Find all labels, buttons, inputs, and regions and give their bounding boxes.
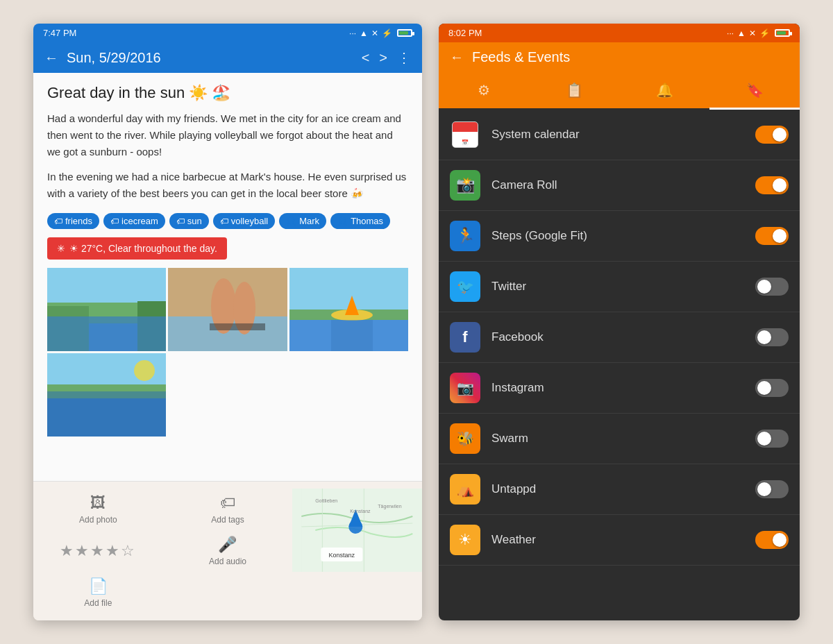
- feed-item-weather[interactable]: ☀ Weather: [439, 515, 800, 566]
- calendar-icon-wrap: 📅: [450, 119, 480, 150]
- add-audio-label: Add audio: [209, 557, 246, 566]
- instagram-toggle[interactable]: [755, 379, 789, 397]
- svg-text:Tägerwilen: Tägerwilen: [378, 504, 402, 509]
- twitter-icon-wrap: 🐦: [450, 271, 480, 302]
- swarm-toggle[interactable]: [755, 430, 789, 448]
- feeds-title: Feeds & Events: [472, 49, 789, 65]
- calendar-toggle[interactable]: [755, 126, 789, 144]
- add-tags-button[interactable]: 🏷 Add tags: [163, 489, 293, 530]
- tag-friends[interactable]: 🏷friends: [47, 213, 99, 229]
- photo-2[interactable]: [168, 268, 287, 351]
- steps-icon-wrap: 🏃: [450, 221, 480, 251]
- right-phone: 8:02 PM ··· ▲ ✕ ⚡ ← Feeds & Events ⚙ 📋 🔔…: [439, 24, 800, 620]
- steps-icon: 🏃: [456, 227, 475, 245]
- back-button-left[interactable]: ←: [44, 50, 58, 66]
- tag-icecream[interactable]: 🏷icecream: [103, 213, 165, 229]
- swarm-icon: 🐝: [457, 430, 474, 447]
- tab-notifications[interactable]: 🔔: [619, 72, 709, 108]
- feed-list: 📅 System calendar 📸 Camera Roll 🏃 Steps …: [439, 110, 800, 620]
- tags-row: 🏷friends 🏷icecream 🏷sun 🏷volleyball 👤Mar…: [47, 213, 408, 229]
- tag-mark[interactable]: 👤Mark: [279, 213, 326, 229]
- camera-icon: 📸: [456, 176, 475, 194]
- photos-grid: [47, 268, 408, 437]
- weather-bar: ✳ ☀ 27°C, Clear throughout the day.: [47, 237, 227, 260]
- steps-toggle[interactable]: [755, 227, 789, 245]
- feed-item-calendar[interactable]: 📅 System calendar: [439, 110, 800, 160]
- weather-text: ☀ 27°C, Clear throughout the day.: [69, 243, 217, 254]
- facebook-label: Facebook: [491, 330, 755, 344]
- feed-item-twitter[interactable]: 🐦 Twitter: [439, 262, 800, 312]
- tag-sun[interactable]: 🏷sun: [169, 213, 209, 229]
- menu-button-left[interactable]: ⋮: [397, 49, 411, 66]
- weather-icon: ✳: [57, 243, 65, 254]
- add-audio-icon: 🎤: [218, 536, 237, 554]
- svg-text:Konstanz: Konstanz: [351, 509, 371, 514]
- add-photo-button[interactable]: 🖼 Add photo: [33, 489, 163, 530]
- camera-icon-wrap: 📸: [450, 170, 480, 201]
- nav-icons: < > ⋮: [362, 49, 411, 66]
- next-day-button[interactable]: >: [379, 50, 387, 66]
- battery-icon-right: [775, 29, 790, 37]
- untappd-toggle[interactable]: [755, 480, 789, 498]
- facebook-toggle[interactable]: [755, 328, 789, 346]
- weather-toggle[interactable]: [755, 531, 789, 549]
- photo-1[interactable]: [47, 268, 166, 351]
- back-button-right[interactable]: ←: [450, 49, 464, 65]
- left-phone: 7:47 PM ··· ▲ ✕ ⚡ ← Sun, 5/29/2016 < > ⋮…: [33, 24, 422, 620]
- feed-item-steps[interactable]: 🏃 Steps (Google Fit): [439, 211, 800, 262]
- time-right: 8:02 PM: [448, 28, 482, 38]
- tab-settings[interactable]: ⚙: [439, 72, 529, 108]
- feed-item-instagram[interactable]: 📷 Instagram: [439, 363, 800, 414]
- app-bar-right: ← Feeds & Events: [439, 42, 800, 72]
- swarm-label: Swarm: [491, 432, 755, 446]
- feed-item-camera[interactable]: 📸 Camera Roll: [439, 160, 800, 211]
- bottom-bar: 🖼 Add photo 🏷 Add tags ★★★★☆ 🎤 Add audio…: [33, 481, 422, 620]
- svg-rect-20: [47, 391, 166, 437]
- steps-label: Steps (Google Fit): [491, 229, 755, 243]
- svg-text:Gottlieben: Gottlieben: [316, 498, 338, 503]
- entry-body: Had a wonderful day with my friends. We …: [47, 110, 408, 202]
- twitter-label: Twitter: [491, 280, 755, 294]
- tab-feeds[interactable]: 📋: [529, 72, 619, 108]
- status-icons-left: ··· ▲ ✕ ⚡: [349, 28, 412, 38]
- camera-toggle[interactable]: [755, 176, 789, 194]
- notifications-icon: 🔔: [656, 82, 673, 99]
- calendar-label: System calendar: [491, 128, 755, 142]
- calendar-icon: 📅: [452, 121, 478, 148]
- body-paragraph-1: Had a wonderful day with my friends. We …: [47, 110, 408, 160]
- instagram-icon: 📷: [457, 380, 474, 396]
- add-audio-button[interactable]: 🎤 Add audio: [163, 530, 293, 572]
- twitter-icon: 🐦: [457, 278, 474, 295]
- feed-item-swarm[interactable]: 🐝 Swarm: [439, 414, 800, 464]
- instagram-icon-wrap: 📷: [450, 373, 480, 403]
- untappd-label: Untappd: [491, 482, 755, 496]
- add-photo-icon: 🖼: [90, 494, 106, 512]
- svg-point-21: [134, 360, 155, 381]
- journal-content: Great day in the sun ☀️ 🏖️ Had a wonderf…: [33, 73, 422, 481]
- add-file-button[interactable]: 📄 Add file: [33, 572, 163, 613]
- bookmarks-icon: 🔖: [746, 82, 764, 99]
- feeds-icon: 📋: [566, 82, 583, 99]
- battery-icon-left: [397, 29, 412, 37]
- feed-item-facebook[interactable]: f Facebook: [439, 312, 800, 363]
- stars-area[interactable]: ★★★★☆: [33, 530, 163, 572]
- weather-feed-icon: ☀: [458, 531, 472, 549]
- twitter-toggle[interactable]: [755, 278, 789, 296]
- feed-item-untappd[interactable]: ⛺ Untappd: [439, 464, 800, 515]
- weather-icon-wrap: ☀: [450, 525, 480, 555]
- tag-volleyball[interactable]: 🏷volleyball: [213, 213, 275, 229]
- rating-stars[interactable]: ★★★★☆: [60, 542, 136, 560]
- photo-3[interactable]: [289, 268, 408, 351]
- status-bar-right: 8:02 PM ··· ▲ ✕ ⚡: [439, 24, 800, 42]
- feed-tabs: ⚙ 📋 🔔 🔖: [439, 72, 800, 110]
- tab-bookmarks[interactable]: 🔖: [709, 72, 800, 108]
- date-title: Sun, 5/29/2016: [67, 50, 353, 66]
- photo-4[interactable]: [47, 353, 166, 437]
- status-icons-right: ··· ▲ ✕ ⚡: [727, 28, 790, 38]
- map-preview[interactable]: Konstanz Gottlieben Konstanz Tägerwilen: [292, 489, 422, 572]
- app-bar-left: ← Sun, 5/29/2016 < > ⋮: [33, 42, 422, 73]
- tag-thomas[interactable]: 👤Thomas: [330, 213, 390, 229]
- svg-text:Konstanz: Konstanz: [329, 552, 355, 559]
- prev-day-button[interactable]: <: [362, 50, 370, 66]
- settings-icon: ⚙: [478, 82, 490, 99]
